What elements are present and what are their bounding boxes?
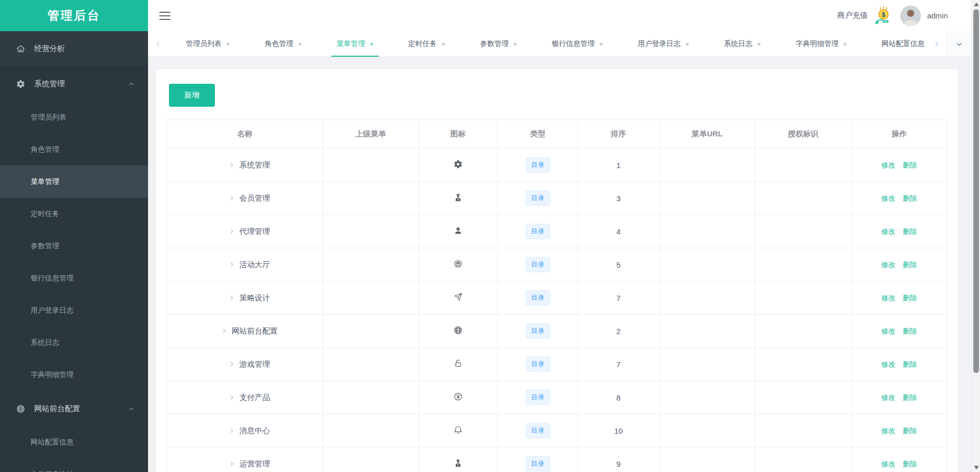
username[interactable]: admin	[927, 11, 948, 20]
menu-table: 名称上级菜单图标类型排序菜单URL授权标识操作 系统管理 目录 1 修改删除 会…	[166, 120, 947, 472]
sidebar: 管理后台 经营分析 系统管理 管理员列表角色管理菜单管理定时任务参数管理银行信息…	[0, 0, 148, 472]
scrollbar-down-icon[interactable]	[972, 463, 980, 472]
sidebar-subitem[interactable]: 网站配置信息	[0, 426, 148, 458]
member-icon	[453, 193, 463, 202]
tab[interactable]: 用户登录日志 ×	[621, 31, 707, 57]
sidebar-item[interactable]: 网站前台配置	[0, 391, 148, 426]
merchant-recharge-link[interactable]: 商户充值	[837, 11, 868, 20]
chevron-up-icon	[128, 406, 135, 412]
edit-link[interactable]: 修改	[881, 327, 895, 335]
expand-row-icon[interactable]	[229, 195, 235, 201]
edit-link[interactable]: 修改	[881, 294, 895, 302]
tab[interactable]: 银行信息管理 ×	[534, 31, 621, 57]
table-row: 游戏管理 目录 7 修改删除	[167, 348, 947, 381]
table-row: 代理管理 目录 4 修改删除	[167, 215, 947, 248]
delete-link[interactable]: 删除	[902, 460, 917, 468]
delete-link[interactable]: 删除	[902, 161, 917, 169]
page-content: 新增 名称上级菜单图标类型排序菜单URL授权标识操作 系统管理 目录 1 修改删…	[148, 57, 971, 472]
svg-text:$: $	[882, 11, 886, 18]
table-row: 活动大厅 目录 5 修改删除	[167, 248, 947, 281]
tabs-strip: 管理员列表 × 角色管理 × 菜单管理 × 定时任务 × 参数管理 × 银行信息…	[168, 31, 926, 57]
expand-row-icon[interactable]	[229, 228, 235, 234]
sidebar-subitem[interactable]: 菜单管理	[0, 166, 148, 198]
expand-row-icon[interactable]	[229, 295, 235, 301]
coin-hand-icon[interactable]: $	[873, 6, 894, 26]
hamburger-icon[interactable]	[159, 12, 170, 20]
edit-link[interactable]: 修改	[881, 460, 895, 468]
tab[interactable]: 字典明细管理 ×	[778, 31, 865, 57]
delete-link[interactable]: 删除	[902, 294, 917, 302]
expand-row-icon[interactable]	[229, 461, 235, 467]
edit-link[interactable]: 修改	[881, 393, 895, 402]
delete-link[interactable]: 删除	[902, 427, 917, 435]
page-scrollbar[interactable]	[971, 0, 980, 472]
tab-close-icon[interactable]: ×	[843, 40, 847, 48]
column-header: 菜单URL	[659, 120, 755, 149]
sidebar-subitem[interactable]: 文件服务地址	[0, 458, 148, 472]
edit-link[interactable]: 修改	[881, 227, 895, 235]
sidebar-subitem[interactable]: 角色管理	[0, 133, 148, 166]
sidebar-subitem[interactable]: 字典明细管理	[0, 359, 148, 391]
tab-close-icon[interactable]: ×	[757, 40, 761, 48]
sidebar-subitem[interactable]: 用户登录日志	[0, 294, 148, 326]
topbar: 商户充值 $ admin	[148, 0, 971, 31]
tab-close-icon[interactable]: ×	[226, 40, 230, 48]
tabs-scroll-right-icon[interactable]	[926, 31, 947, 57]
add-button[interactable]: 新增	[169, 84, 215, 107]
gift-icon	[453, 259, 463, 269]
expand-row-icon[interactable]	[229, 394, 235, 400]
expand-row-icon[interactable]	[229, 361, 235, 367]
edit-link[interactable]: 修改	[881, 261, 895, 269]
delete-link[interactable]: 删除	[902, 261, 917, 269]
delete-link[interactable]: 删除	[902, 194, 917, 202]
sidebar-subitem[interactable]: 定时任务	[0, 198, 148, 230]
bell-icon	[453, 425, 463, 435]
delete-link[interactable]: 删除	[902, 227, 917, 235]
tab-close-icon[interactable]: ×	[513, 40, 517, 48]
edit-link[interactable]: 修改	[881, 427, 895, 435]
tab[interactable]: 定时任务 ×	[391, 31, 463, 57]
expand-row-icon[interactable]	[229, 262, 235, 268]
delete-link[interactable]: 删除	[902, 360, 917, 368]
sidebar-item[interactable]: 经营分析	[0, 31, 148, 66]
home-icon	[15, 43, 26, 54]
send-icon	[453, 292, 463, 302]
sidebar-subitem[interactable]: 银行信息管理	[0, 262, 148, 294]
delete-link[interactable]: 删除	[902, 393, 917, 402]
chevron-down-icon	[955, 40, 963, 48]
user-icon	[453, 226, 463, 235]
sidebar-subitem[interactable]: 系统日志	[0, 326, 148, 359]
tab[interactable]: 角色管理 ×	[248, 31, 320, 57]
table-body: 系统管理 目录 1 修改删除 会员管理 目录 3 修改删除 代理管理 目录 4 …	[167, 149, 947, 472]
edit-link[interactable]: 修改	[881, 161, 895, 169]
tab[interactable]: 网站配置信息 ×	[864, 31, 926, 57]
tabs-scroll-left-icon[interactable]	[148, 31, 168, 57]
delete-link[interactable]: 删除	[902, 327, 917, 335]
topbar-right: 商户充值 $ admin	[837, 6, 948, 26]
chevron-up-icon	[128, 81, 135, 87]
tab-close-icon[interactable]: ×	[298, 40, 302, 48]
edit-link[interactable]: 修改	[881, 360, 895, 368]
tab-close-icon[interactable]: ×	[599, 40, 603, 48]
sidebar-subitem[interactable]: 管理员列表	[0, 101, 148, 133]
scrollbar-up-icon[interactable]	[972, 0, 980, 9]
tab[interactable]: 参数管理 ×	[462, 31, 534, 57]
tab[interactable]: 系统日志 ×	[706, 31, 778, 57]
tab-close-icon[interactable]: ×	[370, 40, 374, 48]
sidebar-subitem[interactable]: 参数管理	[0, 230, 148, 262]
avatar[interactable]	[900, 6, 921, 26]
sidebar-item[interactable]: 系统管理	[0, 66, 148, 101]
tabs-dropdown-button[interactable]	[947, 31, 971, 57]
tab[interactable]: 管理员列表 ×	[168, 31, 248, 57]
expand-row-icon[interactable]	[221, 328, 227, 334]
tab[interactable]: 菜单管理 ×	[319, 31, 391, 57]
edit-link[interactable]: 修改	[881, 194, 895, 202]
gear-icon	[15, 79, 26, 89]
tab-close-icon[interactable]: ×	[685, 40, 690, 48]
expand-row-icon[interactable]	[229, 428, 235, 434]
tab-close-icon[interactable]: ×	[442, 40, 446, 48]
table-row: 会员管理 目录 3 修改删除	[167, 182, 947, 215]
expand-row-icon[interactable]	[229, 162, 235, 168]
scrollbar-thumb[interactable]	[973, 9, 979, 373]
type-badge: 目录	[526, 423, 550, 438]
